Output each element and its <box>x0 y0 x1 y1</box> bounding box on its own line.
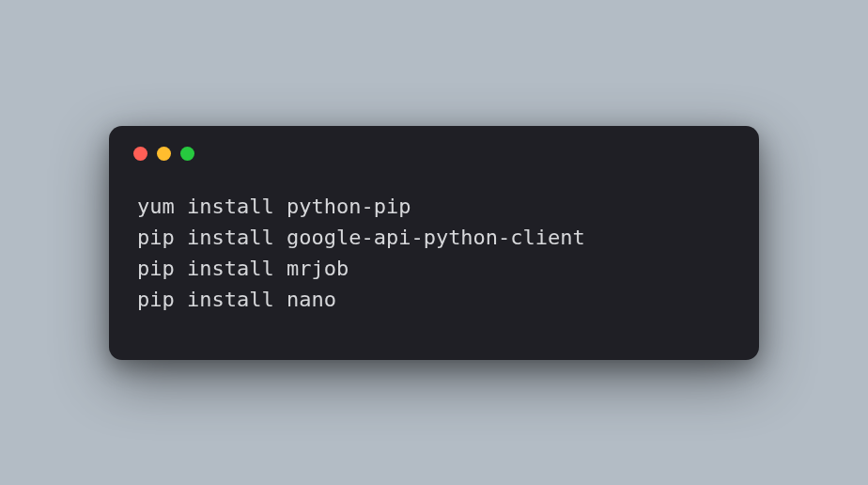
terminal-line: yum install python-pip <box>137 191 731 222</box>
window-zoom-button[interactable] <box>180 147 194 161</box>
titlebar <box>109 126 759 166</box>
terminal-content[interactable]: yum install python-pip pip install googl… <box>109 166 759 360</box>
terminal-line: pip install nano <box>137 284 731 315</box>
terminal-window: yum install python-pip pip install googl… <box>109 126 759 360</box>
terminal-line: pip install google-api-python-client <box>137 222 731 253</box>
window-close-button[interactable] <box>133 147 147 161</box>
terminal-line: pip install mrjob <box>137 253 731 284</box>
window-minimize-button[interactable] <box>157 147 171 161</box>
